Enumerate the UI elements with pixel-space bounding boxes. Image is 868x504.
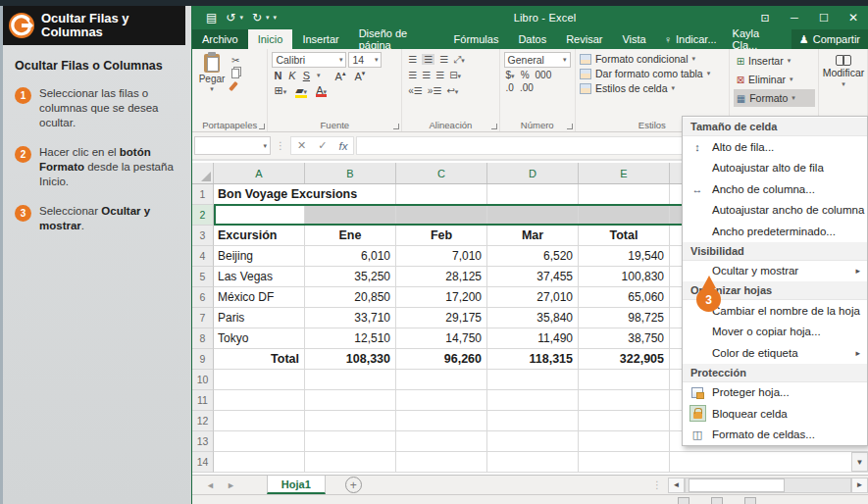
tab-datos[interactable]: Datos xyxy=(508,29,556,49)
cell[interactable] xyxy=(487,411,579,431)
cell[interactable]: México DF xyxy=(214,287,305,308)
cell[interactable] xyxy=(487,184,579,205)
column-header-e[interactable]: E xyxy=(579,163,670,183)
tab-fórmulas[interactable]: Fórmulas xyxy=(444,29,509,49)
align-center-icon[interactable]: ☰ xyxy=(422,70,431,80)
increase-decimal-button[interactable]: .0 xyxy=(506,82,514,93)
cell[interactable] xyxy=(579,452,670,473)
scroll-thumb[interactable] xyxy=(689,479,785,492)
tell-me-button[interactable]: ♀Indicar... xyxy=(656,29,725,49)
menu-item-autoajustar-ancho-de-columna[interactable]: Autoajustar ancho de columna xyxy=(683,200,867,222)
cell[interactable]: 14,750 xyxy=(396,328,487,349)
cell[interactable] xyxy=(579,431,670,452)
menu-item-mover-o-copiar-hoja[interactable]: Mover o copiar hoja... xyxy=(683,322,867,343)
column-header-d[interactable]: D xyxy=(487,163,579,183)
currency-button[interactable]: $▾ xyxy=(506,70,515,80)
cell[interactable]: 100,830 xyxy=(579,267,670,287)
align-bottom-icon[interactable]: ☰ xyxy=(439,54,448,65)
row-header-1[interactable]: 1 xyxy=(192,184,214,205)
column-header-c[interactable]: C xyxy=(396,163,487,183)
comma-style-button[interactable]: 000 xyxy=(536,70,552,80)
cell[interactable] xyxy=(487,206,579,224)
new-sheet-icon[interactable]: + xyxy=(345,477,362,493)
cell[interactable]: Tokyo xyxy=(214,328,305,349)
cell[interactable] xyxy=(579,390,670,411)
orientation-icon[interactable]: ⤢▾ xyxy=(453,54,465,66)
cell[interactable] xyxy=(579,206,670,224)
align-right-icon[interactable]: ☰ xyxy=(435,70,444,80)
cell[interactable]: 12,510 xyxy=(305,328,396,349)
scrollbar-grip-icon[interactable]: ⋮ xyxy=(646,479,668,490)
scroll-down-icon[interactable]: ▼ xyxy=(851,452,868,472)
scroll-right-icon[interactable]: ► xyxy=(851,478,868,493)
cell[interactable]: 6,010 xyxy=(305,246,396,267)
row-header-4[interactable]: 4 xyxy=(192,246,214,267)
alignment-dialog-launcher-icon[interactable] xyxy=(491,124,497,129)
decrease-decimal-button[interactable]: .00 xyxy=(520,82,534,93)
cell[interactable]: 33,710 xyxy=(305,308,396,328)
font-dialog-launcher-icon[interactable] xyxy=(393,124,399,129)
italic-button[interactable]: K xyxy=(288,70,295,81)
row-header-6[interactable]: 6 xyxy=(192,287,214,308)
cell[interactable]: 20,850 xyxy=(305,287,396,308)
cell[interactable]: 17,200 xyxy=(396,287,487,308)
cut-icon[interactable]: ✂ xyxy=(231,55,239,66)
cell[interactable]: Bon Voyage Excursions xyxy=(214,184,396,205)
cell[interactable]: 37,455 xyxy=(487,267,579,287)
paste-button[interactable]: Pegar ▾ xyxy=(196,52,228,119)
cell[interactable]: 65,060 xyxy=(579,287,670,308)
cell[interactable]: Beijing xyxy=(214,246,305,267)
cell[interactable]: 27,010 xyxy=(487,287,579,308)
row-header-8[interactable]: 8 xyxy=(192,328,214,349)
bold-button[interactable]: N xyxy=(274,70,281,81)
font-size-select[interactable]: 14▾ xyxy=(348,52,382,68)
cell[interactable]: 7,010 xyxy=(396,246,487,267)
menu-item-alto-de-fila[interactable]: ↕Alto de fila... xyxy=(683,136,867,158)
cell[interactable]: 28,125 xyxy=(396,267,487,287)
insert-cells-button[interactable]: ⊞Insertar▾ xyxy=(734,52,815,70)
view-layout-icon[interactable] xyxy=(711,497,723,504)
cell[interactable]: 35,250 xyxy=(305,267,396,287)
cell[interactable] xyxy=(396,206,487,224)
cell[interactable]: 322,905 xyxy=(579,349,670,370)
cell[interactable]: 29,175 xyxy=(396,308,487,328)
cell[interactable] xyxy=(487,431,579,452)
cell[interactable] xyxy=(579,411,670,431)
qat-customize-icon[interactable]: ▾ xyxy=(274,14,278,22)
cell[interactable] xyxy=(487,370,579,390)
cell[interactable] xyxy=(396,411,487,431)
scroll-track[interactable] xyxy=(685,478,851,493)
underline-button[interactable]: S xyxy=(303,70,310,81)
row-header-3[interactable]: 3 xyxy=(192,226,214,246)
cell[interactable]: 35,840 xyxy=(487,308,579,328)
cancel-icon[interactable]: ✕ xyxy=(297,139,306,152)
underline-dropdown-icon[interactable]: ▾ xyxy=(317,72,321,79)
increase-indent-icon[interactable]: »☰ xyxy=(428,85,442,96)
decrease-indent-icon[interactable]: «☰ xyxy=(408,85,423,96)
undo-icon[interactable]: ↺ xyxy=(226,12,235,24)
borders-button[interactable]: ⊞▾ xyxy=(274,84,286,97)
cell[interactable] xyxy=(487,452,579,473)
grow-font-button[interactable]: A▴ xyxy=(335,70,346,82)
align-left-icon[interactable]: ☰ xyxy=(408,70,417,80)
cell[interactable]: 108,330 xyxy=(305,349,396,370)
redo-dropdown-icon[interactable]: ▾ xyxy=(266,14,270,22)
cell[interactable]: 38,750 xyxy=(579,328,670,349)
cell[interactable]: Excursión xyxy=(214,226,305,246)
shrink-font-button[interactable]: A▾ xyxy=(354,70,365,82)
cell[interactable]: 19,540 xyxy=(579,246,670,267)
cell[interactable] xyxy=(305,370,396,390)
font-name-select[interactable]: Calibri▾ xyxy=(272,52,346,68)
percent-button[interactable]: % xyxy=(521,70,530,80)
name-box[interactable]: ▾ xyxy=(194,136,271,155)
copy-icon[interactable] xyxy=(231,69,239,78)
account-button[interactable]: Kayla Cla... xyxy=(725,29,791,49)
cell[interactable] xyxy=(214,411,305,431)
cell[interactable] xyxy=(214,390,305,411)
tab-diseño-de-página[interactable]: Diseño de página xyxy=(349,29,444,49)
cell[interactable] xyxy=(396,452,487,473)
tab-inicio[interactable]: Inicio xyxy=(248,29,293,49)
redo-icon[interactable]: ↻ xyxy=(252,12,262,24)
cell[interactable] xyxy=(214,370,305,390)
cell[interactable]: 98,725 xyxy=(579,308,670,328)
